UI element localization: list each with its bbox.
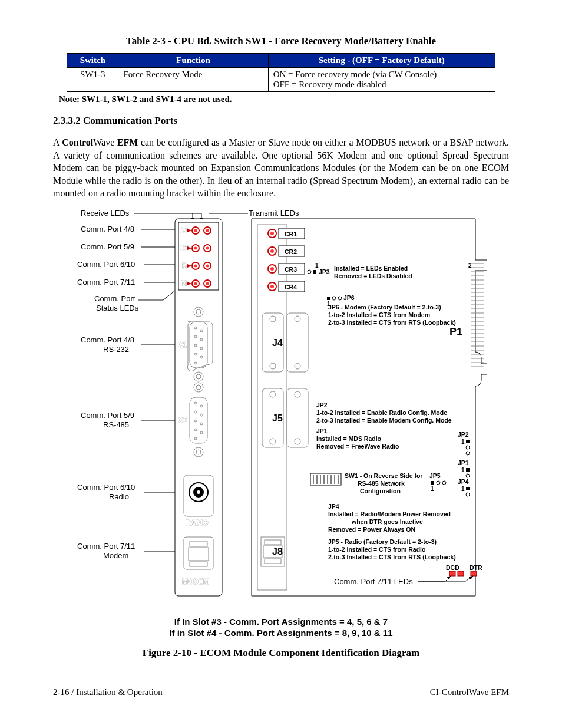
jp2r-1: 1 (461, 439, 465, 445)
table-note: Note: SW1-1, SW1-2 and SW1-4 are not use… (59, 94, 509, 104)
jp6-b: 1-to-2 Installed = CTS from Modem (328, 311, 430, 318)
footer-left: 2-16 / Installation & Operation (53, 687, 163, 697)
para-bold2: EFM (117, 137, 138, 147)
jp1r-1: 1 (461, 467, 465, 473)
led-r: R (182, 262, 187, 270)
modem-word: MODEM (182, 578, 209, 586)
label-c2: C2 (178, 416, 187, 424)
svg-rect-131 (466, 468, 470, 472)
j5: J5 (272, 413, 283, 423)
table-row: SW1-3 Force Recovery Mode ON = Force rec… (67, 68, 495, 92)
para-bold1: Control (62, 137, 93, 147)
radio-word: RADIO (186, 519, 209, 527)
jp4r: JP4 (458, 478, 469, 485)
jp4: JP4 (328, 503, 339, 510)
label-transmit-leds: Transmit LEDs (249, 209, 299, 218)
svg-point-76 (270, 249, 274, 253)
svg-point-15 (194, 229, 197, 232)
svg-rect-138 (310, 473, 341, 485)
led-m: M (181, 279, 187, 288)
label-port610-rb: Radio (109, 492, 129, 501)
label-statusleds1: Comm. Port (94, 294, 135, 303)
note-label: Note: (59, 94, 80, 104)
jp2-a: 1-to-2 Installed = Enable Radio Config. … (316, 409, 447, 416)
jp1-a: Installed = MDS Radio (316, 435, 381, 442)
led-c2: C2 (180, 244, 189, 252)
label-port48: Comm. Port 4/8 (81, 225, 134, 233)
cell-function: Force Recovery Mode (118, 68, 268, 92)
jp5-b: 2-to-3 Installed = CTS from RTS (Loopbac… (328, 554, 456, 561)
jp1: JP1 (316, 427, 328, 434)
jp4r-1: 1 (461, 486, 465, 492)
para-mid1: Wave (93, 137, 117, 147)
figure-title: Figure 2-10 - ECOM Module Component Iden… (53, 647, 509, 659)
cr2: CR2 (285, 248, 297, 255)
th-switch: Switch (67, 54, 118, 68)
svg-point-27 (194, 282, 197, 285)
cell-setting: ON = Force recovery mode (via CW Console… (268, 68, 495, 92)
page-footer: 2-16 / Installation & Operation CI-Contr… (53, 687, 509, 697)
th-setting: Setting - (OFF = Factory Default) (268, 54, 495, 68)
svg-rect-133 (466, 487, 470, 490)
setting-off: OFF = Recovery mode disabled (273, 80, 490, 90)
jp3-a: Installed = LEDs Enabled (334, 265, 408, 272)
svg-rect-154 (458, 571, 464, 576)
label-port59: Comm. Port 5/9 (81, 242, 134, 251)
svg-point-29 (206, 282, 209, 285)
jp1r: JP1 (458, 459, 469, 466)
label-port711-mb: Modem (103, 551, 128, 560)
label-port59-485b: RS-485 (103, 420, 129, 429)
cr1: CR1 (285, 230, 297, 238)
figure: Receive LEDs Comm. Port 4/8 Comm. Port 5… (53, 207, 509, 659)
label-port711: Comm. Port 7/11 (77, 278, 135, 286)
cell-switch: SW1-3 (67, 68, 118, 92)
jp2: JP2 (316, 401, 328, 409)
cr3: CR3 (285, 266, 297, 273)
svg-point-78 (270, 267, 274, 271)
jp5r: JP5 (429, 472, 441, 479)
label-port48-232a: Comm. Port 4/8 (81, 335, 134, 344)
svg-point-23 (194, 264, 197, 267)
dcd: DCD (446, 564, 459, 571)
label-port610-ra: Comm. Port 6/10 (77, 483, 135, 492)
j4: J4 (272, 338, 283, 348)
note-text: SW1-1, SW1-2 and SW1-4 are not used. (80, 94, 232, 104)
dtr: DTR (470, 564, 482, 571)
svg-point-17 (206, 229, 209, 232)
j8: J8 (272, 546, 283, 556)
footer-right: CI-ControlWave EFM (430, 687, 509, 697)
switch-table: Switch Function Setting - (OFF = Factory… (67, 53, 495, 92)
jp4-a: Installed = Radio/Modem Power Removed (328, 510, 451, 518)
svg-point-25 (206, 264, 209, 267)
svg-point-65 (197, 490, 200, 494)
led-c1: C1 (180, 226, 189, 235)
svg-rect-87 (327, 297, 330, 300)
sw1-c: Configuration (360, 487, 401, 495)
label-port610: Comm. Port 6/10 (77, 260, 135, 269)
para-prefix: A (53, 137, 62, 147)
svg-point-74 (270, 232, 274, 235)
th-function: Function (118, 54, 268, 68)
jp1-b: Removed = FreeWave Radio (316, 443, 399, 450)
sw1-b: RS-485 Network (358, 480, 405, 487)
jp3: JP3 (319, 268, 330, 275)
diagram-svg: Receive LEDs Comm. Port 4/8 Comm. Port 5… (75, 207, 487, 614)
slot-line-b: If in Slot #4 - Comm. Port Assignments =… (53, 627, 509, 639)
svg-rect-86 (313, 270, 316, 274)
svg-rect-155 (471, 571, 477, 576)
label-c1: C1 (178, 341, 187, 349)
jp5: JP5 - Radio (Factory Default = 2-to-3) (328, 538, 437, 545)
jp4-b: when DTR goes Inactive (351, 518, 423, 525)
svg-point-80 (270, 285, 274, 288)
jp5r-1: 1 (431, 486, 434, 492)
jp5-a: 1-to-2 Installed = CTS from Radio (328, 546, 425, 553)
svg-point-21 (206, 246, 209, 249)
port-leds: Comm. Port 7/11 LEDs (334, 577, 413, 586)
jp2-b: 2-to-3 Installed = Enable Modem Config. … (316, 417, 452, 424)
table-caption: Table 2-3 - CPU Bd. Switch SW1 - Force R… (53, 35, 509, 47)
modem-jack: MODEM (182, 537, 213, 586)
slot-line-a: If In Slot #3 - Comm. Port Assignments =… (53, 616, 509, 628)
setting-on: ON = Force recovery mode (via CW Console… (273, 70, 490, 80)
jp4-c: Removed = Power Always ON (328, 526, 415, 533)
jp3-b: Removed = LEDs Disabled (334, 272, 412, 279)
